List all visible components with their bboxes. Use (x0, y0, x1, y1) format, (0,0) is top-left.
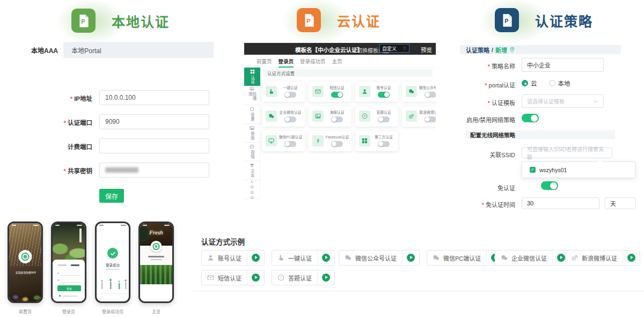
cloud-tabbar: 前置页 登录页 登录成功页 主页 (244, 55, 436, 68)
play-icon[interactable] (252, 254, 260, 262)
play-icon[interactable] (322, 274, 330, 282)
dropdown-notch (597, 159, 603, 162)
tab-local-portal[interactable]: 本地Portal (63, 42, 109, 58)
examples-title: 认证方式示例 (201, 236, 245, 247)
radio-local[interactable] (549, 80, 555, 86)
field-icon (57, 279, 59, 281)
sidebar-item-text[interactable]: 文本 (244, 161, 260, 180)
ssid-option[interactable]: wszyhys01 (539, 167, 567, 173)
required-asterisk: * (64, 120, 66, 126)
save-button[interactable]: 保存 (99, 189, 124, 203)
ssid-checkbox[interactable] (530, 167, 536, 173)
tab-pre-page[interactable]: 前置页 (257, 55, 272, 68)
shared-key-input[interactable] (99, 163, 209, 178)
sidebar-item-carousel[interactable]: 轮播图 (244, 86, 260, 105)
example-sms-auth[interactable]: 短信认证 (201, 270, 265, 285)
tab-home-page[interactable]: 主页 (332, 55, 342, 68)
play-icon[interactable] (252, 274, 260, 282)
ssid-search-input[interactable]: 可直接输入SSID名称进行搜索关联 (522, 148, 612, 158)
auth-card-account: 账号认证 (355, 82, 398, 102)
tab-login-page[interactable]: 登录页 (279, 55, 294, 68)
one-key-toggle[interactable] (284, 92, 296, 98)
example-wechat-pc-auth[interactable]: 微信PC端认证 (427, 250, 504, 266)
background-icon (250, 107, 254, 112)
template-type-select[interactable]: 自定义 (379, 44, 409, 53)
example-quiz-auth[interactable]: 答题认证 (272, 270, 335, 285)
sidebar-item-auth[interactable]: 认证 (244, 68, 260, 86)
username-field (60, 275, 81, 276)
template-name: 模板名【中小企业云认证】 (295, 46, 363, 54)
chevron-down-icon (593, 99, 598, 104)
network-policy-toggle[interactable] (522, 114, 539, 122)
masked-value (105, 167, 138, 173)
local-auth-title: 本地认证 (112, 11, 170, 31)
caption-home-page: 主页 (138, 308, 174, 314)
svg-text:P: P (504, 18, 508, 24)
play-icon[interactable] (557, 254, 565, 262)
accounting-port-input[interactable] (99, 138, 209, 153)
sidebar-item-logo[interactable]: LOGO (244, 180, 260, 199)
wechat-pc-toggle[interactable] (284, 141, 296, 147)
tab-login-success-page[interactable]: 登录成功页 (300, 55, 326, 68)
aisle-photo (140, 265, 172, 284)
example-wechat-mp-auth[interactable]: 微信公众号认证 (339, 250, 420, 266)
svg-text:P: P (306, 18, 310, 24)
ip-address-input[interactable]: 10.0.0.100 (99, 90, 209, 105)
sidebar-item-video[interactable]: 视频 (244, 143, 260, 161)
wecom-toggle[interactable] (284, 116, 296, 122)
location-icon (509, 47, 515, 53)
phone-login-success-page: 登录成功 (95, 222, 130, 303)
status-bar (143, 225, 147, 226)
auth-card-quiz: 答题认证 (355, 106, 398, 127)
login-button: 登录 (57, 285, 81, 291)
caption-login-page: 登录页 (51, 308, 86, 314)
policy-document-icon: P (495, 8, 519, 32)
play-icon[interactable] (627, 254, 635, 262)
radio-cloud[interactable] (522, 80, 528, 86)
time-unit-select[interactable]: 天 (605, 197, 636, 209)
breadcrumb-root[interactable]: 认证策略 (466, 46, 489, 54)
facebook-toggle[interactable] (331, 141, 343, 147)
play-icon[interactable] (407, 254, 415, 262)
example-one-key-auth[interactable]: 一键认证 (272, 250, 335, 266)
wechat-mp-toggle[interactable] (425, 92, 436, 98)
auth-port-input[interactable]: 9090 (99, 114, 209, 129)
example-account-auth[interactable]: 账号认证 (201, 250, 265, 266)
sidebar-item-background[interactable]: 背景 (244, 105, 260, 124)
auth-port-label: *认证端口 (26, 118, 92, 127)
status-bar (12, 225, 16, 226)
free-auth-time-input[interactable]: 30 (522, 197, 599, 209)
single-image-icon (250, 126, 254, 130)
auth-card-wechat-mp: 微信公众号认证 (402, 82, 436, 102)
example-weibo-auth[interactable]: 新浪微博认证 (565, 250, 640, 266)
account-toggle[interactable] (378, 92, 390, 98)
updown-icon (402, 46, 407, 50)
preview-button[interactable]: 预览 (421, 46, 432, 54)
auth-card-third-party: 第三方认证 (355, 131, 398, 151)
status-bar (121, 225, 126, 226)
brand-logo (151, 241, 162, 252)
phone-home-page: Fresh (138, 222, 174, 303)
tab-account-login (71, 264, 79, 266)
neon-sign (79, 228, 82, 242)
poster-toggle[interactable] (331, 116, 343, 122)
tab-local-aaa[interactable]: 本地AAA (26, 42, 63, 58)
play-icon[interactable] (322, 254, 330, 262)
policy-name-input[interactable]: 中小企业 (522, 58, 604, 72)
user-icon (207, 254, 214, 261)
example-wecom-auth[interactable]: 企业微信认证 (495, 250, 570, 266)
third-party-toggle[interactable] (378, 141, 390, 147)
auth-template-label: *认证模板 (459, 98, 515, 107)
question-icon (277, 274, 284, 281)
auth-template-select[interactable]: 请选择认证模板 (522, 94, 604, 108)
section-divider (193, 291, 644, 291)
sidebar-item-single-image[interactable]: 单图 (244, 124, 260, 143)
free-auth-toggle[interactable] (541, 181, 558, 190)
ip-address-label: *IP地址 (26, 94, 92, 102)
required-asterisk: * (64, 168, 66, 174)
password-field (60, 282, 81, 283)
weibo-toggle[interactable] (425, 116, 436, 122)
breadcrumb-current: 新增 (495, 46, 507, 54)
sms-toggle[interactable] (331, 92, 343, 98)
quiz-toggle[interactable] (378, 116, 390, 122)
